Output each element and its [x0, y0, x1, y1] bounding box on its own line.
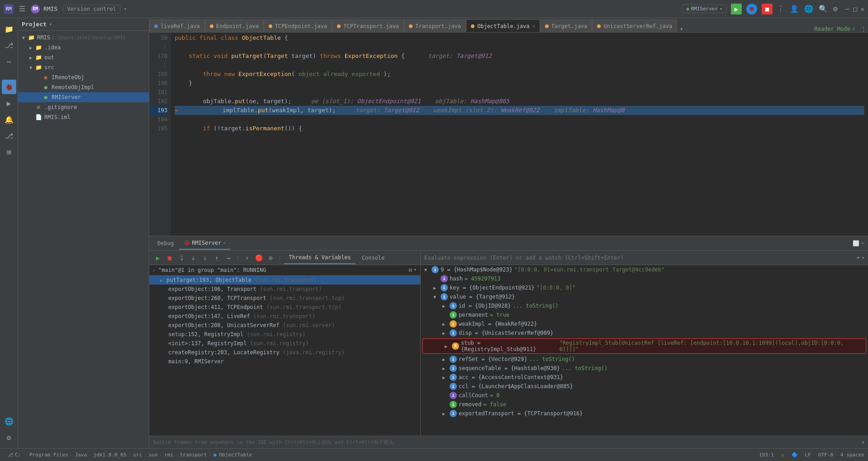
frame-item-7[interactable]: <init>:137, RegistryImpl (sun.rmi.regist…: [149, 339, 420, 348]
run-config-selector[interactable]: ● RMIServer ▾: [682, 5, 726, 13]
sidebar-icon-notifications[interactable]: 🔔: [2, 112, 16, 127]
tab-close-button[interactable]: ✕: [532, 24, 535, 29]
var-item-seqtable[interactable]: ▶ i sequenceTable = {Hashtable@930} ... …: [421, 364, 868, 373]
console-tab[interactable]: Console: [357, 252, 389, 264]
editor-more-actions[interactable]: ⋮: [859, 26, 868, 32]
translate-icon[interactable]: 🌐: [804, 5, 813, 13]
tab-tcptransport[interactable]: TCPTransport.java: [332, 19, 404, 32]
tab-unicastserverref[interactable]: UnicastServerRef.java: [592, 19, 677, 32]
var-expand-disp[interactable]: ▶: [442, 331, 450, 336]
var-item-key[interactable]: ▶ i key = {ObjectEndpoint@921} "[0:0:0, …: [421, 283, 868, 292]
var-expand-weakimpl[interactable]: ▶: [442, 322, 450, 327]
minimize-button[interactable]: ─: [846, 5, 849, 13]
breadcrumb-src[interactable]: src: [133, 452, 142, 458]
sidebar-icon-terminal[interactable]: ⊞: [2, 145, 16, 159]
version-control-button[interactable]: Version control: [63, 5, 120, 14]
stop-debug-btn[interactable]: ■: [165, 253, 175, 263]
debug-tab-rmiserver[interactable]: 🐞 RMIServer ✕: [179, 237, 230, 250]
frames-dropdown[interactable]: ▾: [414, 267, 417, 273]
var-expand-acc[interactable]: ▶: [442, 375, 450, 380]
frame-item-2[interactable]: exportObject:260, TCPTransport (sun.rmi.…: [149, 294, 420, 303]
breadcrumb-programfiles[interactable]: Program Files: [29, 452, 68, 458]
breadcrumb-objecttable[interactable]: ObjectTable: [219, 452, 252, 458]
var-item-removed[interactable]: i removed = false: [421, 400, 868, 409]
stop-button[interactable]: ■: [762, 4, 773, 14]
eval-input[interactable]: [424, 255, 857, 261]
var-item-hash[interactable]: i hash = 459297913: [421, 274, 868, 283]
var-item-permanent[interactable]: i permanent = true: [421, 310, 868, 319]
out-arrow[interactable]: ▶: [27, 55, 34, 60]
frame-item-4[interactable]: exportObject:147, LiveRef (sun.rmi.trans…: [149, 312, 420, 321]
config-dropdown[interactable]: ▾: [720, 6, 722, 11]
breadcrumb-sun[interactable]: sun: [149, 452, 158, 458]
project-dropdown[interactable]: ▾: [49, 22, 52, 27]
var-item-acc[interactable]: ▶ i acc = {AccessControlContext@931}: [421, 373, 868, 382]
tree-item-iremoteobj[interactable]: ◉ IRemoteObj: [18, 72, 149, 82]
var-item-refset[interactable]: ▶ i refSet = {Vector@929} ... toString(): [421, 355, 868, 364]
root-expand-arrow[interactable]: ▼: [20, 35, 27, 40]
add-watch-icon[interactable]: +: [857, 255, 860, 261]
account-icon[interactable]: 👤: [790, 5, 799, 13]
breadcrumb-jdk[interactable]: jdk1.8.0_65: [94, 452, 127, 458]
sidebar-icon-plugins[interactable]: ⋯: [2, 54, 16, 69]
var-item-id[interactable]: ▶ i id = {ObjID@928} ... toString(): [421, 301, 868, 310]
breadcrumb-java[interactable]: Java: [75, 452, 87, 458]
evaluate-btn[interactable]: ⚡: [242, 253, 252, 263]
status-lf[interactable]: LF: [805, 452, 811, 458]
tab-transport[interactable]: Transport.java: [404, 19, 466, 32]
resume-btn[interactable]: ▶: [153, 253, 163, 263]
frame-item-6[interactable]: setup:152, RegistryImpl (sun.rmi.registr…: [149, 330, 420, 339]
sidebar-icon-bottom1[interactable]: 🌐: [2, 414, 16, 428]
tree-item-rmiserver[interactable]: ● RMIServer: [18, 92, 149, 102]
frame-item-9[interactable]: main:9, RMIServer: [149, 357, 420, 366]
code-content[interactable]: public final class ObjectTable { static …: [171, 33, 868, 236]
idea-arrow[interactable]: ▶: [27, 45, 34, 50]
tab-objecttable[interactable]: ObjectTable.java ✕: [466, 19, 540, 32]
hint-close[interactable]: ✕: [861, 439, 864, 445]
tree-item-rmsiml[interactable]: 📄 RMIS.iml: [18, 112, 149, 122]
var-item-value[interactable]: ▼ i value = {Target@912}: [421, 292, 868, 301]
frame-item-0[interactable]: ▶ putTarget:193, ObjectTable (sun.rmi.tr…: [149, 276, 420, 285]
frame-item-1[interactable]: exportObject:106, Transport (sun.rmi.tra…: [149, 285, 420, 294]
status-indent[interactable]: 4 spaces: [840, 452, 864, 458]
run-button[interactable]: ▶: [731, 4, 742, 14]
tree-item-out[interactable]: ▶ 📁 out: [18, 52, 149, 62]
maximize-button[interactable]: □: [853, 5, 857, 13]
close-button[interactable]: ✕: [861, 5, 864, 13]
frame-item-8[interactable]: createRegistry:203, LocateRegistry (java…: [149, 348, 420, 357]
tab-tcpendpoint[interactable]: TCPEndpoint.java: [264, 19, 332, 32]
var-expand-seqtable[interactable]: ▶: [442, 366, 450, 371]
tree-root[interactable]: ▼ 📁 RMIS C:\Users\14341\Desktop\RMIS: [18, 33, 149, 43]
search-icon[interactable]: 🔍: [819, 5, 828, 13]
threads-vars-tab[interactable]: Threads & Variables: [284, 252, 355, 264]
force-step-into-btn[interactable]: ⇓: [200, 253, 210, 263]
tree-item-remoteobjimpl[interactable]: ● RemoteObjImpl: [18, 82, 149, 92]
sidebar-icon-project[interactable]: 📁: [2, 22, 16, 36]
frame-item-5[interactable]: exportObject:208, UnicastServerRef (sun.…: [149, 321, 420, 330]
tab-endpoint[interactable]: Endpoint.java: [205, 19, 264, 32]
step-into-btn[interactable]: ↓: [188, 253, 198, 263]
code-editor[interactable]: 50 ⋮ 170 ⋮ 189 190 191 192 193 194 195 p…: [149, 33, 868, 236]
status-position[interactable]: 193:1: [759, 452, 774, 458]
sidebar-icon-run[interactable]: ▶: [2, 96, 16, 110]
status-encoding[interactable]: UTF-8: [818, 452, 833, 458]
var-expand-stub[interactable]: ▶: [445, 344, 452, 349]
debug-tab-close[interactable]: ✕: [223, 240, 226, 245]
var-expand-key[interactable]: ▶: [433, 285, 441, 290]
frame-item-3[interactable]: exportObject:411, TCPEndpoint (sun.rmi.t…: [149, 303, 420, 312]
tab-target[interactable]: Target.java: [540, 19, 592, 32]
tree-item-idea[interactable]: ▶ 📁 .idea: [18, 43, 149, 52]
src-arrow[interactable]: ▼: [27, 65, 34, 70]
var-expand-9[interactable]: ▼: [424, 267, 432, 272]
mute-breakpoints-btn[interactable]: ⊘: [266, 253, 275, 263]
var-item-ccl[interactable]: i ccl = {Launcher$AppClassLoader@885}: [421, 382, 868, 391]
var-item-9[interactable]: ▼ i 9 = {HashMap$Node@923} "[0:0:0, 0]=s…: [421, 265, 868, 274]
var-expand-refset[interactable]: ▶: [442, 357, 450, 362]
breakpoints-btn[interactable]: 🔴: [254, 253, 264, 263]
debug-button[interactable]: 🐞: [746, 4, 757, 14]
sidebar-icon-git[interactable]: ⎇: [2, 128, 16, 143]
tree-item-src[interactable]: ▼ 📁 src: [18, 62, 149, 72]
var-expand-id[interactable]: ▶: [442, 304, 450, 309]
debug-tab-debug[interactable]: Debug: [153, 237, 178, 250]
var-item-exportedtransport[interactable]: ▶ i exportedTransport = {TCPTransport@91…: [421, 409, 868, 418]
